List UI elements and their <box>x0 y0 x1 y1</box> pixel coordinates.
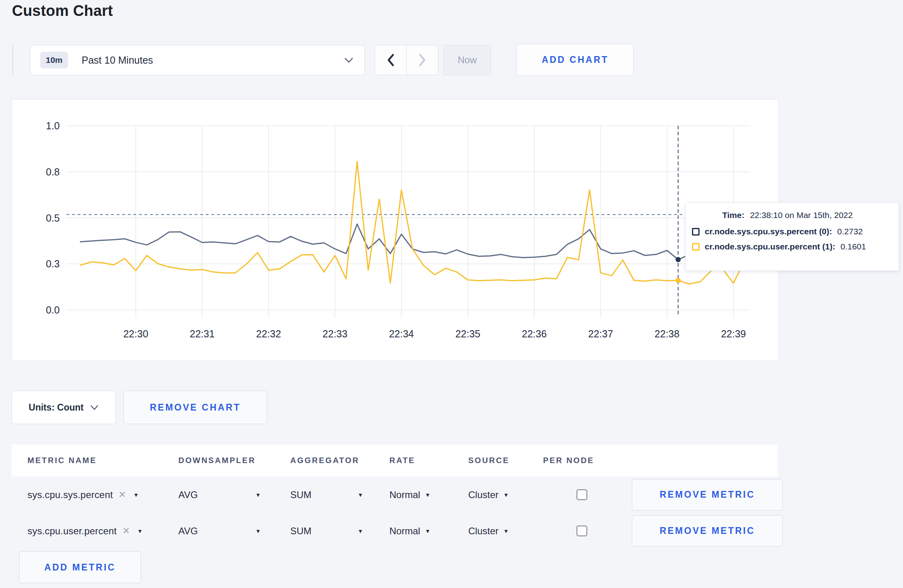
caret-down-icon: ▼ <box>503 528 509 534</box>
time-range-selector[interactable]: 10m Past 10 Minutes <box>30 45 365 75</box>
x-axis-tick: 22:38 <box>655 328 680 339</box>
x-axis-tick: 22:33 <box>322 328 348 339</box>
column-header-rate: RATE <box>389 456 468 465</box>
units-label: Units: Count <box>29 402 84 413</box>
column-header-source: SOURCE <box>468 456 543 465</box>
chart-tooltip: Time:22:38:10 on Mar 15th, 2022 cr.node.… <box>685 202 899 271</box>
series-swatch-user <box>692 243 700 251</box>
rate-select[interactable]: Normal ▼ <box>389 489 468 500</box>
add-metric-button[interactable]: ADD METRIC <box>19 551 141 583</box>
rate-value: Normal <box>389 489 420 500</box>
downsampler-value: AVG <box>178 526 198 537</box>
hover-marker <box>676 278 681 283</box>
y-axis-tick: 0.0 <box>46 304 60 315</box>
caret-down-icon: ▼ <box>503 492 509 498</box>
source-select[interactable]: Cluster ▼ <box>468 489 543 500</box>
close-icon[interactable]: ✕ <box>122 526 130 536</box>
chevron-left-icon <box>386 53 395 67</box>
source-value: Cluster <box>468 526 498 537</box>
x-axis-tick: 22:36 <box>522 328 547 339</box>
toolbar-divider <box>12 45 13 75</box>
caret-down-icon: ▼ <box>425 492 430 498</box>
tooltip-time-row: Time:22:38:10 on Mar 15th, 2022 <box>692 210 891 220</box>
chart-canvas[interactable]: 0.00.30.50.81.022:3022:3122:3222:3322:34… <box>12 99 779 361</box>
caret-down-icon: ▼ <box>137 528 143 534</box>
metric-name-select[interactable]: sys.cpu.user.percent ✕ ▼ <box>27 526 178 537</box>
downsampler-select[interactable]: AVG ▼ <box>178 489 261 500</box>
caret-down-icon: ▼ <box>358 528 363 534</box>
x-axis-tick: 22:37 <box>588 328 613 339</box>
time-range-label: Past 10 Minutes <box>82 55 153 66</box>
metrics-table: METRIC NAME DOWNSAMPLER AGGREGATOR RATE … <box>12 444 778 583</box>
tooltip-series-value: 0.2732 <box>837 227 863 236</box>
tooltip-series-row: cr.node.sys.cpu.sys.percent (0): 0.2732 <box>692 227 891 236</box>
downsampler-select[interactable]: AVG ▼ <box>178 526 261 537</box>
remove-metric-button[interactable]: REMOVE METRIC <box>632 479 783 510</box>
time-forward-button[interactable] <box>407 45 438 75</box>
source-select[interactable]: Cluster ▼ <box>468 526 543 537</box>
caret-down-icon: ▼ <box>358 492 363 498</box>
page-title: Custom Chart <box>12 2 113 19</box>
tooltip-series-row: cr.node.sys.cpu.user.percent (1): 0.1601 <box>692 242 891 251</box>
y-axis-tick: 0.8 <box>46 166 60 177</box>
chevron-down-icon <box>90 405 99 411</box>
units-selector[interactable]: Units: Count <box>12 391 116 424</box>
tooltip-time-value: 22:38:10 on Mar 15th, 2022 <box>750 210 853 220</box>
rate-value: Normal <box>389 526 420 537</box>
y-axis-tick: 1.0 <box>46 120 60 131</box>
x-axis-tick: 22:39 <box>721 328 746 339</box>
time-backward-button[interactable] <box>375 45 407 75</box>
tooltip-series-value: 0.1601 <box>840 242 866 251</box>
tooltip-series-name: cr.node.sys.cpu.sys.percent (0): <box>705 227 832 236</box>
series-line-sys <box>80 224 745 259</box>
x-axis-tick: 22:31 <box>190 328 215 339</box>
x-axis-tick: 22:30 <box>123 328 149 339</box>
series-line-user <box>80 162 745 284</box>
column-header-downsampler: DOWNSAMPLER <box>178 456 290 465</box>
per-node-checkbox[interactable] <box>577 489 587 500</box>
column-header-metric-name: METRIC NAME <box>27 456 178 465</box>
x-axis-tick: 22:34 <box>389 328 414 339</box>
remove-metric-button[interactable]: REMOVE METRIC <box>632 515 783 547</box>
rate-select[interactable]: Normal ▼ <box>389 526 468 537</box>
y-axis-tick: 0.3 <box>46 258 60 269</box>
metric-row: sys.cpu.sys.percent ✕ ▼ AVG ▼ SUM ▼ Norm… <box>12 479 778 511</box>
time-range-badge: 10m <box>40 52 68 68</box>
column-header-per-node: PER NODE <box>543 456 620 465</box>
metric-row: sys.cpu.user.percent ✕ ▼ AVG ▼ SUM ▼ Nor… <box>12 515 778 547</box>
now-button[interactable]: Now <box>444 45 491 75</box>
aggregator-select[interactable]: SUM ▼ <box>290 489 363 500</box>
metrics-table-header: METRIC NAME DOWNSAMPLER AGGREGATOR RATE … <box>12 444 778 477</box>
caret-down-icon: ▼ <box>425 528 430 534</box>
aggregator-value: SUM <box>290 489 311 500</box>
x-axis-tick: 22:32 <box>256 328 281 339</box>
chart-controls: Units: Count REMOVE CHART <box>12 391 410 424</box>
hover-marker <box>676 257 681 262</box>
caret-down-icon: ▼ <box>255 492 261 498</box>
tooltip-time-label: Time: <box>722 210 745 220</box>
caret-down-icon: ▼ <box>133 492 139 498</box>
close-icon[interactable]: ✕ <box>119 489 126 500</box>
add-chart-button[interactable]: ADD CHART <box>516 44 634 76</box>
series-swatch-sys <box>692 228 700 236</box>
metric-name-value: sys.cpu.user.percent <box>27 526 117 537</box>
caret-down-icon: ▼ <box>255 528 261 534</box>
column-header-aggregator: AGGREGATOR <box>290 456 389 465</box>
toolbar: 10m Past 10 Minutes Now ADD CHART <box>12 45 891 75</box>
source-value: Cluster <box>468 489 498 500</box>
chart-card: 0.00.30.50.81.022:3022:3122:3222:3322:34… <box>12 99 779 361</box>
time-window-arrows <box>375 45 438 75</box>
per-node-checkbox[interactable] <box>577 526 587 536</box>
remove-chart-button[interactable]: REMOVE CHART <box>123 391 267 424</box>
chevron-right-icon <box>418 53 427 67</box>
chevron-down-icon <box>344 56 354 64</box>
aggregator-value: SUM <box>290 526 311 537</box>
aggregator-select[interactable]: SUM ▼ <box>290 526 363 537</box>
metric-name-select[interactable]: sys.cpu.sys.percent ✕ ▼ <box>27 489 178 500</box>
metric-name-value: sys.cpu.sys.percent <box>27 489 113 500</box>
x-axis-tick: 22:35 <box>455 328 481 339</box>
y-axis-tick: 0.5 <box>46 212 60 224</box>
tooltip-series-name: cr.node.sys.cpu.user.percent (1): <box>705 242 835 251</box>
downsampler-value: AVG <box>178 489 198 500</box>
